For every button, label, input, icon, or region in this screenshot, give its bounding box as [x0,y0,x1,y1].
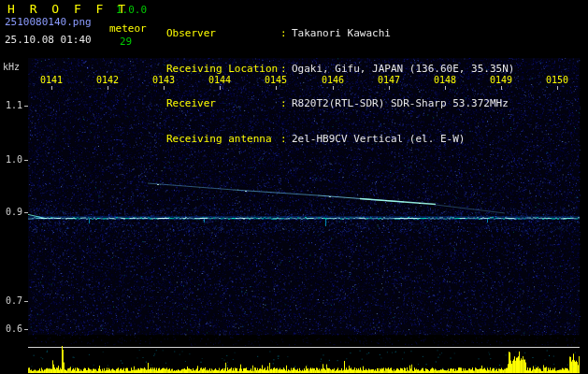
info-label: Observer [166,28,280,40]
x-axis-minute-label: 0149 [487,75,515,85]
info-label: Receiving antenna [166,134,280,146]
x-axis-minute-label: 0150 [543,75,571,85]
y-axis-freq-label: 0.7 [0,295,22,306]
info-colon: : [280,98,292,110]
info-value: R820T2(RTL-SDR) SDR-Sharp 53.372MHz [292,98,509,110]
info-colon: : [280,28,292,40]
x-axis-minute-label: 0145 [262,75,290,85]
info-row-receiver: Receiver : R820T2(RTL-SDR) SDR-Sharp 53.… [166,98,514,110]
y-axis-freq-label: 0.6 [0,324,22,334]
y-axis-freq-label: 1.0 [0,154,22,165]
info-label: Receiver [166,98,280,110]
app-version: 1.0.0 [116,4,147,16]
info-row-observer: Observer : Takanori Kawachi [166,28,514,40]
output-filename: 2510080140.png [5,16,92,28]
info-row-location: Receiving Location : Ogaki, Gifu, JAPAN … [166,64,514,76]
observation-mode: meteor [109,22,147,35]
info-value: Takanori Kawachi [292,28,391,40]
info-value: Ogaki, Gifu, JAPAN (136.60E, 35.35N) [292,64,514,76]
info-row-antenna: Receiving antenna : 2el-HB9CV Vertical (… [166,134,514,146]
info-label: Receiving Location [166,64,280,76]
info-colon: : [280,64,292,76]
y-axis-freq-label: 0.9 [0,207,22,217]
x-axis-minute-label: 0142 [93,75,122,85]
y-axis-freq-label: 1.1 [0,100,22,110]
x-axis-minute-label: 0144 [206,75,234,85]
observation-datetime: 25.10.08 01:40 [5,34,92,46]
info-colon: : [280,134,292,146]
x-axis-minute-label: 0148 [431,75,459,85]
info-value: 2el-HB9CV Vertical (el. E-W) [292,134,465,146]
app-title: H R O F F T [7,2,129,16]
x-axis-minute-label: 0146 [319,75,347,85]
hrofft-window: H R O F F T 1.0.0 2510080140.png meteor … [0,0,588,374]
x-axis-minute-label: 0147 [375,75,403,85]
echo-count: 29 [120,36,132,48]
x-axis-minute-label: 0141 [37,75,65,85]
y-axis-unit-label: kHz [3,62,20,72]
x-axis-minute-label: 0143 [150,75,178,85]
station-info: Observer : Takanori Kawachi Receiving Lo… [166,5,514,168]
